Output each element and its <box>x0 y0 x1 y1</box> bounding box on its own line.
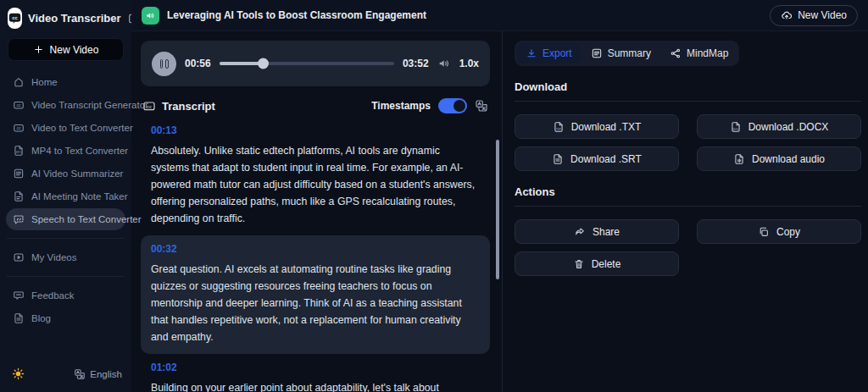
doc-file-icon <box>730 121 742 133</box>
home-icon <box>13 76 25 88</box>
total-time: 03:52 <box>403 58 429 69</box>
sidebar-divider <box>7 238 125 239</box>
entry-text: Absolutely. Unlike static edtech platfor… <box>151 142 480 227</box>
sidebar-nav: Home Video Transcript Generator Video to… <box>0 71 131 230</box>
section-divider <box>515 206 861 207</box>
sidebar-item-speech-to-text-converter[interactable]: Speech to Text Converter <box>6 208 125 230</box>
sidebar-new-video-button[interactable]: New Video <box>8 38 124 61</box>
sidebar-divider <box>7 276 125 277</box>
transcript-entries: 00:13 Absolutely. Unlike static edtech p… <box>141 117 490 392</box>
share-icon <box>574 226 586 238</box>
app-title: Video Transcriber <box>28 12 121 25</box>
seek-progress <box>220 62 264 65</box>
export-panel: Export Summary MindMap Download Download… <box>503 31 868 392</box>
logo-row: cc Video Transcriber <box>0 0 131 35</box>
cc-icon <box>142 99 156 113</box>
transcript-entry[interactable]: 00:13 Absolutely. Unlike static edtech p… <box>141 117 490 235</box>
download-audio-button[interactable]: Download audio <box>697 146 861 171</box>
sidebar-item-mp4-to-text-converter[interactable]: MP4 to Text Converter <box>6 140 125 162</box>
entry-timestamp[interactable]: 00:13 <box>151 124 480 136</box>
mp4-file-icon <box>13 145 25 157</box>
video-play-icon <box>13 251 25 263</box>
download-srt-button[interactable]: Download .SRT <box>515 146 679 171</box>
download-heading: Download <box>515 80 861 93</box>
topbar-new-video-button[interactable]: New Video <box>770 5 858 26</box>
download-buttons: Download .TXT Download .DOCX Download .S… <box>515 114 861 171</box>
plus-icon <box>33 44 44 55</box>
note-file-icon <box>13 190 25 202</box>
entry-text: Building on your earlier point about ada… <box>151 379 480 392</box>
tab-mindmap[interactable]: MindMap <box>661 43 737 63</box>
action-buttons: Share Copy Delete <box>515 219 861 276</box>
trash-icon <box>573 258 585 270</box>
sidebar-resources: Feedback Blog <box>0 284 131 329</box>
download-txt-button[interactable]: Download .TXT <box>515 114 679 139</box>
entry-timestamp[interactable]: 00:32 <box>151 243 480 255</box>
volume-icon[interactable] <box>437 57 451 70</box>
cc-icon <box>13 122 25 134</box>
transcript-title: Transcript <box>162 100 215 113</box>
audio-file-badge-icon <box>142 7 159 25</box>
sidebar-item-ai-video-summarizer[interactable]: AI Video Summarizer <box>6 163 125 185</box>
sidebar-item-blog[interactable]: Blog <box>6 307 125 329</box>
sidebar-item-feedback[interactable]: Feedback <box>6 284 125 306</box>
panel-tabs: Export Summary MindMap <box>515 41 739 66</box>
txt-file-icon <box>553 121 565 133</box>
topbar: Leveraging AI Tools to Boost Classroom E… <box>131 0 868 31</box>
delete-button[interactable]: Delete <box>515 251 679 276</box>
sidebar-footer: English <box>0 358 131 392</box>
pause-button[interactable] <box>152 52 176 76</box>
theme-toggle-sun-icon[interactable] <box>11 367 25 381</box>
video-title: Leveraging AI Tools to Boost Classroom E… <box>167 9 762 21</box>
entry-timestamp[interactable]: 01:02 <box>151 362 480 373</box>
audio-player: 00:56 03:52 1.0x <box>141 41 490 86</box>
srt-file-icon <box>552 153 564 165</box>
speech-icon <box>13 213 25 225</box>
current-time: 00:56 <box>185 58 211 69</box>
blog-icon <box>13 312 25 324</box>
copy-icon <box>758 226 770 238</box>
sidebar-item-video-transcript-generator[interactable]: Video Transcript Generator <box>6 94 125 116</box>
transcript-header: Transcript Timestamps <box>142 98 488 113</box>
transcript-translate-icon[interactable] <box>475 99 488 113</box>
copy-button[interactable]: Copy <box>697 219 861 244</box>
actions-heading: Actions <box>515 185 861 198</box>
download-icon <box>526 47 537 59</box>
sidebar-item-ai-meeting-note-taker[interactable]: AI Meeting Note Taker <box>6 185 125 207</box>
language-selector[interactable]: English <box>74 368 122 380</box>
svg-text:cc: cc <box>12 15 17 20</box>
seek-slider[interactable] <box>220 62 394 65</box>
feedback-icon <box>13 290 25 301</box>
sidebar-item-my-videos[interactable]: My Videos <box>6 246 125 268</box>
sidebar-library: My Videos <box>0 246 131 268</box>
sidebar-item-home[interactable]: Home <box>6 71 125 93</box>
app-logo-icon: cc <box>8 8 22 29</box>
transcript-entry[interactable]: 01:02 Building on your earlier point abo… <box>141 354 490 392</box>
timestamps-toggle[interactable] <box>438 98 467 113</box>
tab-export[interactable]: Export <box>517 43 581 63</box>
mindmap-icon <box>670 47 682 59</box>
section-divider <box>515 101 861 102</box>
tab-summary[interactable]: Summary <box>582 43 659 63</box>
main: 00:56 03:52 1.0x Transcript Timestamps 0… <box>131 31 868 392</box>
transcript-entry-active[interactable]: 00:32 Great question. AI excels at autom… <box>141 235 490 354</box>
entry-text: Great question. AI excels at automating … <box>151 261 480 345</box>
pause-icon <box>160 59 164 69</box>
sidebar-item-video-to-text-converter[interactable]: Video to Text Converter <box>6 117 125 139</box>
sidebar: cc Video Transcriber New Video Home Vide… <box>0 0 131 392</box>
seek-thumb[interactable] <box>258 58 269 69</box>
timestamps-label: Timestamps <box>371 100 431 112</box>
share-button[interactable]: Share <box>515 219 679 244</box>
translate-icon <box>74 368 86 380</box>
playback-speed[interactable]: 1.0x <box>459 58 479 69</box>
cc-icon <box>13 99 25 111</box>
transcript-column: 00:56 03:52 1.0x Transcript Timestamps 0… <box>131 31 502 392</box>
transcript-scrollbar[interactable] <box>496 140 499 279</box>
cloud-upload-icon <box>781 9 793 21</box>
audio-file-icon <box>733 153 745 165</box>
summary-icon <box>591 47 603 59</box>
download-docx-button[interactable]: Download .DOCX <box>697 114 861 139</box>
summary-icon <box>13 168 25 179</box>
